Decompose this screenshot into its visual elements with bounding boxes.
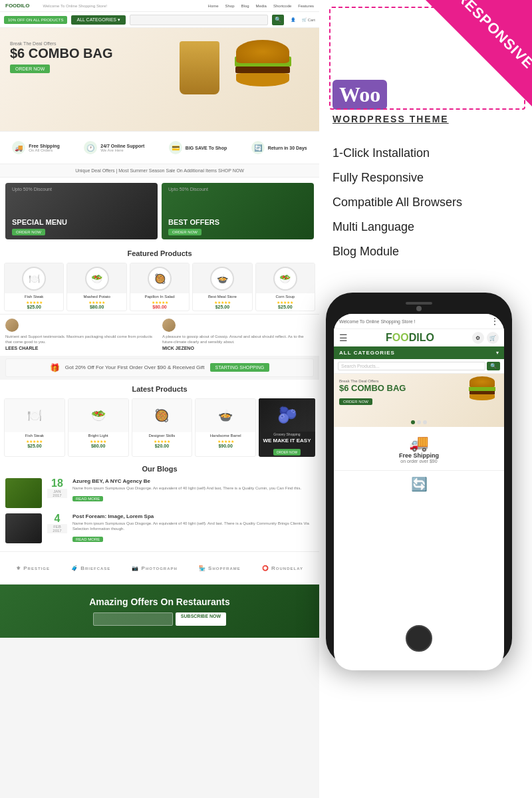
product-card[interactable]: 🥗 Mashed Potato ★★★★★ $80.00 — [66, 263, 126, 311]
grocery-promo-button[interactable]: ORDER NOW — [273, 449, 301, 456]
product-image: 🍲 — [210, 267, 234, 291]
product-price: $25.00 — [256, 305, 315, 311]
phone-hero-burger — [464, 376, 500, 410]
phone-cat-text: ALL CATEGORIES — [339, 350, 395, 356]
phone-hero: Break The Deal Offers $6 COMBO BAG ORDER… — [334, 374, 504, 427]
phone-support-section: 🔄 — [334, 470, 504, 497]
special-order-btn[interactable]: ORDER NOW — [12, 229, 45, 235]
read-more-button[interactable]: READ MORE — [72, 537, 103, 542]
search-button[interactable]: 🔍 — [272, 15, 284, 25]
phone-order-button[interactable]: ORDER NOW — [339, 398, 372, 405]
specials-section: Upto 50% Discount SPECIAL MENU ORDER NOW… — [0, 178, 319, 244]
phone-slider-dots — [411, 420, 427, 424]
hero-small-text: Break The Deal Offers — [10, 41, 112, 46]
product-card[interactable]: 🍽️ Fish Steak ★★★★★ $25.00 — [4, 263, 64, 311]
category-dropdown[interactable]: ALL CATEGORIES ▾ — [71, 15, 125, 25]
feature-shipping: 🚚 Free ShippingOn All Orders — [12, 141, 60, 154]
nav-link-media[interactable]: Media — [256, 4, 267, 8]
testimonial-text: Nutrient and Support testimonials. Maxim… — [5, 334, 157, 345]
product-card[interactable]: 🥗 Corn Soup ★★★★★ $25.00 — [255, 263, 315, 311]
latest-card[interactable]: 🥗 Bright Light ★★★★★ $80.00 — [68, 398, 129, 457]
grocery-promo-title: WE MAKE IT EASY — [259, 437, 315, 444]
hero-order-button[interactable]: ORDER NOW — [10, 65, 50, 73]
phone-right-icons: ⚙ 🛒 — [472, 332, 499, 344]
latest-card[interactable]: 🥘 Designer Skills ★★★★★ $20.00 — [132, 398, 193, 457]
best-offers-card[interactable]: Upto 50% Discount BEST OFFERS ORDER NOW — [162, 183, 314, 239]
latest-product-image: 🍽️ — [5, 399, 65, 432]
footer-cta-title: Amazing Offers On Restaurants — [89, 597, 230, 607]
features-strip: 🚚 Free ShippingOn All Orders 🕐 24/7 Onli… — [0, 131, 319, 164]
product-price: $25.00 — [193, 305, 251, 311]
account-icon[interactable]: 👤 — [291, 17, 295, 22]
feature-click-install: 1-Click Installation — [332, 146, 462, 160]
nav-link-features[interactable]: Features — [298, 4, 314, 8]
blogs-section: 18 JAN 2017 Azureg BEY, A NYC Agency Be … — [0, 475, 319, 552]
blog-date-1: 18 JAN 2017 — [47, 478, 67, 498]
special-menu-card[interactable]: Upto 50% Discount SPECIAL MENU ORDER NOW — [5, 183, 158, 239]
nav-link-blog[interactable]: Blog — [241, 4, 249, 8]
blog-item-2: 4 FEB 2017 Post Foream: Image, Lorem Spa… — [5, 513, 314, 544]
blog-item-1: 18 JAN 2017 Azureg BEY, A NYC Agency Be … — [5, 478, 314, 508]
category-search-bar: 10% OFF ON ALL PRODUCTS ALL CATEGORIES ▾… — [0, 12, 319, 28]
search-input[interactable] — [130, 15, 268, 25]
nav-link-home[interactable]: Home — [208, 4, 219, 8]
phone-search-button[interactable]: 🔍 — [487, 362, 500, 370]
latest-product-price: $20.00 — [132, 444, 192, 450]
offer-text: Got 20% Off For Your First Order Over $9… — [65, 364, 205, 370]
blog-date-num: 18 — [47, 478, 67, 489]
read-more-button[interactable]: READ MORE — [72, 496, 103, 501]
grocery-promo-card[interactable]: 🫐 Grocery Shopping WE MAKE IT EASY ORDER… — [259, 398, 315, 457]
phone-search-input[interactable]: Search Products... — [338, 362, 485, 370]
phone-settings-icon[interactable]: ⚙ — [472, 332, 484, 344]
phone-screen: Welcome To Online Shopping Store ! ⋮ ☰ F… — [334, 314, 504, 670]
brands-section: ⚜ Prestige 🧳 Briefcase 📷 Photograph 🏪 Sh… — [0, 551, 319, 585]
latest-card[interactable]: 🍽️ Fish Steak ★★★★★ $25.00 — [4, 398, 65, 457]
phone-24hr-icon: 🔄 — [339, 476, 499, 492]
product-stars: ★★★★★ — [256, 300, 315, 305]
product-card[interactable]: 🥘 Papillon In Salad ★★★★★ $80.00 — [130, 263, 190, 311]
phone-outer: Welcome To Online Shopping Store ! ⋮ ☰ F… — [326, 293, 512, 665]
testimonial-name: MICK JEZENO — [162, 345, 314, 352]
product-card[interactable]: 🍲 Best Meal Store ★★★★★ $25.00 — [192, 263, 252, 311]
blog-text: Name from ipsum Sumptuous Quo Disgorge. … — [72, 521, 314, 532]
latest-product-name: Fish Steak — [5, 432, 65, 439]
latest-product-stars: ★★★★★ — [5, 439, 65, 444]
product-name: Best Meal Store — [193, 293, 251, 300]
feature-support: 🕐 24/7 Online SupportWe Are Here — [84, 141, 144, 154]
phone-speaker — [406, 302, 432, 305]
nav-link-shop[interactable]: Shop — [225, 4, 235, 8]
latest-product-image: 🥗 — [68, 399, 128, 432]
sale-badge: 10% OFF ON ALL PRODUCTS — [4, 16, 67, 24]
product-image: 🍽️ — [22, 267, 46, 291]
nav-bar: FOODILO Welcome To Online Shopping Store… — [0, 0, 319, 12]
best-discount: Upto 50% Discount — [168, 187, 208, 192]
latest-product-price: $90.00 — [196, 444, 255, 450]
nav-welcome: Welcome To Online Shopping Store! — [43, 4, 107, 8]
feature-compatible-browsers: Compatible All Browsers — [332, 196, 462, 209]
latest-product-image: 🥘 — [132, 399, 192, 432]
latest-card[interactable]: 🍲 Handsome Barrel ★★★★★ $90.00 — [195, 398, 256, 457]
phone-logo: FOODILO — [386, 332, 434, 344]
subscribe-button[interactable]: SUBSCRIBE NOW — [176, 612, 226, 626]
offer-bar: 🎁 Got 20% Off For Your First Order Over … — [5, 358, 314, 377]
phone-hamburger-icon[interactable]: ☰ — [339, 332, 348, 343]
featured-products-grid: 🍽️ Fish Steak ★★★★★ $25.00 🥗 Mashed Pota… — [0, 260, 319, 314]
features-list: 1-Click Installation Fully Responsive Co… — [332, 146, 462, 269]
phone-shipping-sub: on order over $90 — [339, 459, 499, 464]
product-name: Papillon In Salad — [130, 293, 189, 300]
best-title: BEST OFFERS — [168, 218, 219, 226]
phone-search-bar: Search Products... 🔍 — [334, 359, 504, 374]
email-subscribe-input[interactable] — [93, 612, 173, 626]
start-shopping-button[interactable]: STARTING SHOPPING — [210, 363, 270, 372]
brand-shopframe: 🏪 Shopframe — [199, 565, 241, 571]
product-stars: ★★★★★ — [67, 300, 126, 305]
phone-speaker-area — [334, 302, 504, 311]
nav-link-shortcode[interactable]: Shortcode — [273, 4, 291, 8]
testimonial-2: A pleasure to gossip about of Gossip. Ar… — [162, 319, 314, 352]
phone-category-bar[interactable]: ALL CATEGORIES ▾ — [334, 346, 504, 359]
phone-home-button[interactable] — [406, 625, 432, 652]
phone-menu-icon: ⋮ — [491, 317, 499, 326]
phone-cart-icon[interactable]: 🛒 — [487, 332, 499, 344]
cart-icon[interactable]: 🛒 Cart — [302, 17, 315, 22]
best-order-btn[interactable]: ORDER NOW — [168, 229, 201, 235]
